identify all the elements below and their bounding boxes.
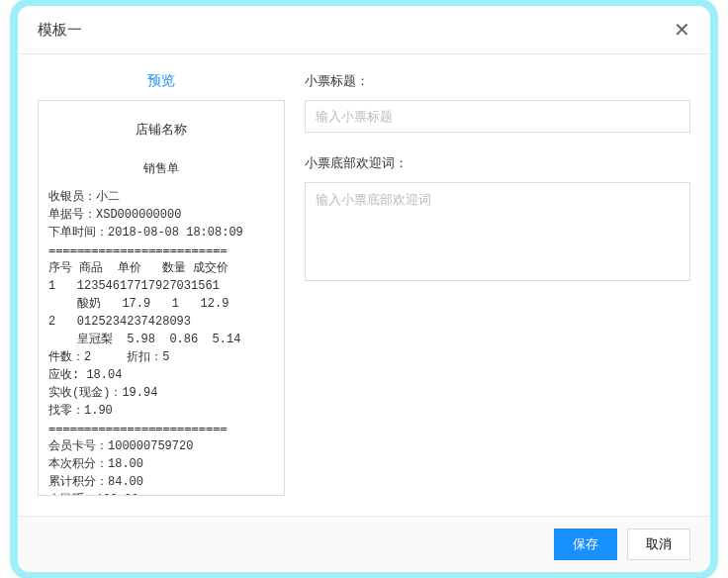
preview-panel: 预览 店铺名称 销售单 收银员：小二 单据号：XSD000000000 下单时间… [38, 64, 285, 496]
receipt-change: 找零：1.90 [48, 402, 274, 420]
receipt-scroll-container[interactable]: 店铺名称 销售单 收银员：小二 单据号：XSD000000000 下单时间：20… [38, 100, 285, 496]
receipt-item-row: 2 0125234237428093 [48, 313, 274, 331]
receipt-divider: ========================= [48, 420, 274, 437]
receipt-order-time: 下单时间：2018-08-08 18:08:09 [48, 224, 274, 241]
receipt-member-card: 会员卡号：100000759720 [48, 437, 274, 455]
receipt-table-header: 序号 商品 单价 数量 成交价 [48, 259, 274, 277]
modal-footer: 保存 取消 [18, 516, 710, 572]
receipt-content: 店铺名称 销售单 收银员：小二 单据号：XSD000000000 下单时间：20… [39, 101, 284, 496]
footer-field-label: 小票底部欢迎词： [305, 154, 690, 172]
modal-body: 预览 店铺名称 销售单 收银员：小二 单据号：XSD000000000 下单时间… [18, 54, 710, 516]
footer-textarea[interactable] [305, 182, 690, 281]
receipt-total-points: 累计积分：84.00 [48, 473, 274, 491]
cancel-button[interactable]: 取消 [627, 529, 690, 560]
receipt-paid: 实收(现金)：19.94 [48, 384, 274, 402]
modal-container: 模板一 ✕ 预览 店铺名称 销售单 收银员：小二 单据号：XSD00000000… [18, 6, 710, 572]
receipt-doc-type: 销售单 [48, 160, 274, 188]
receipt-item-row: 皇冠梨 5.98 0.86 5.14 [48, 331, 274, 348]
close-icon: ✕ [674, 19, 690, 41]
receipt-order-no: 单据号：XSD000000000 [48, 206, 274, 224]
receipt-cashier: 收银员：小二 [48, 188, 274, 206]
close-button[interactable]: ✕ [674, 20, 690, 40]
receipt-qty-discount: 件数：2 折扣：5 [48, 348, 274, 366]
modal-title: 模板一 [38, 21, 82, 40]
receipt-item-row: 酸奶 17.9 1 12.9 [48, 295, 274, 313]
receipt-this-points: 本次积分：18.00 [48, 455, 274, 473]
receipt-divider: ========================= [48, 241, 274, 259]
form-panel: 小票标题： 小票底部欢迎词： [305, 64, 690, 496]
receipt-rmb: 人民币：100.00 [48, 491, 274, 497]
receipt-item-row: 1 12354617717927031561 [48, 277, 274, 295]
receipt-shop-name: 店铺名称 [48, 115, 274, 160]
save-button[interactable]: 保存 [554, 529, 617, 560]
title-input[interactable] [305, 100, 690, 133]
preview-label: 预览 [38, 64, 285, 100]
title-field-label: 小票标题： [305, 72, 690, 90]
modal-header: 模板一 ✕ [18, 6, 710, 54]
receipt-receivable: 应收: 18.04 [48, 366, 274, 384]
